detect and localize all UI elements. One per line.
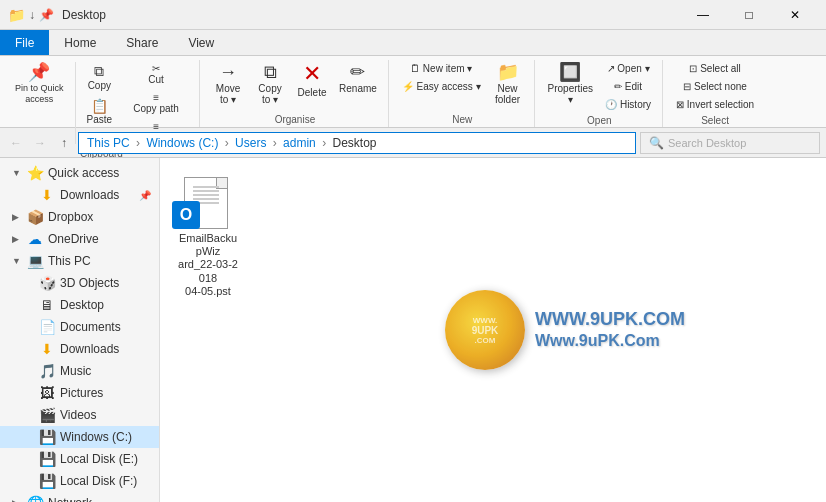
rename-button[interactable]: ✏ Rename	[334, 60, 382, 97]
organise-buttons: → Moveto ▾ ⧉ Copyto ▾ ✕ Delete ✏ Rename	[208, 60, 382, 108]
delete-icon: ✕	[303, 63, 321, 85]
quick-access-icon: ↓	[29, 8, 35, 22]
search-box[interactable]: 🔍 Search Desktop	[640, 132, 820, 154]
ribbon-group-new: 🗒 New item ▾ ⚡ Easy access ▾ 📁 Newfolder…	[391, 60, 535, 127]
quick-access-expand-icon: ▼	[12, 168, 22, 178]
new-sub: 🗒 New item ▾ ⚡ Easy access ▾	[397, 60, 486, 95]
new-folder-label: Newfolder	[495, 83, 520, 105]
search-placeholder: Search Desktop	[668, 137, 746, 149]
sidebar-item-videos[interactable]: 🎬 Videos	[0, 404, 159, 426]
open-label: Open	[587, 113, 611, 126]
new-item-button[interactable]: 🗒 New item ▾	[397, 60, 486, 77]
main-area: ▼ ⭐ Quick access ⬇ Downloads 📌 ▶ 📦 Dropb…	[0, 158, 826, 502]
tab-file[interactable]: File	[0, 30, 49, 55]
breadcrumb-sep-2: ›	[225, 136, 232, 150]
move-to-button[interactable]: → Moveto ▾	[208, 60, 248, 108]
invert-selection-button[interactable]: ⊠ Invert selection	[671, 96, 759, 113]
sidebar-item-music[interactable]: 🎵 Music	[0, 360, 159, 382]
ribbon-group-organise: → Moveto ▾ ⧉ Copyto ▾ ✕ Delete ✏ Rename …	[202, 60, 389, 127]
tab-share[interactable]: Share	[111, 30, 173, 55]
paste-button[interactable]: 📋 Paste	[82, 95, 118, 128]
copy-icon: ⧉	[94, 63, 104, 80]
sidebar-item-local-disk-e[interactable]: 💾 Local Disk (E:)	[0, 448, 159, 470]
videos-icon: 🎬	[39, 407, 55, 423]
breadcrumb-part-3[interactable]: Users	[235, 136, 266, 150]
cut-icon: ✂	[152, 63, 160, 74]
documents-icon: 📄	[39, 319, 55, 335]
edit-button[interactable]: ✏ Edit	[600, 78, 656, 95]
select-label: Select	[701, 113, 729, 126]
sidebar-item-network[interactable]: ▶ 🌐 Network	[0, 492, 159, 502]
sidebar-label-music: Music	[60, 364, 91, 378]
open-button[interactable]: ↗ Open ▾	[600, 60, 656, 77]
copy-button[interactable]: ⧉ Copy	[82, 60, 118, 94]
history-button[interactable]: 🕐 History	[600, 96, 656, 113]
sidebar-item-downloads-quick[interactable]: ⬇ Downloads 📌	[0, 184, 159, 206]
tab-home[interactable]: Home	[49, 30, 111, 55]
pin-quick-access-button[interactable]: 📌 Pin to Quickaccess	[10, 60, 69, 108]
sidebar-item-dropbox[interactable]: ▶ 📦 Dropbox	[0, 206, 159, 228]
tab-view[interactable]: View	[173, 30, 229, 55]
select-buttons: ⊡ Select all ⊟ Select none ⊠ Invert sele…	[671, 60, 759, 113]
sidebar-item-desktop[interactable]: 🖥 Desktop	[0, 294, 159, 316]
sidebar-label-documents: Documents	[60, 320, 121, 334]
new-buttons: 🗒 New item ▾ ⚡ Easy access ▾ 📁 Newfolder	[397, 60, 528, 108]
cut-button[interactable]: ✂ Cut	[119, 60, 193, 88]
sidebar-item-quick-access[interactable]: ▼ ⭐ Quick access	[0, 162, 159, 184]
copy-path-label: Copy path	[133, 103, 179, 114]
select-all-button[interactable]: ⊡ Select all	[671, 60, 759, 77]
3d-objects-icon: 🎲	[39, 275, 55, 291]
breadcrumb-sep-1: ›	[136, 136, 143, 150]
divider1	[75, 62, 76, 144]
sidebar-label-dropbox: Dropbox	[48, 210, 93, 224]
app-icon: 📁	[8, 7, 25, 23]
address-bar[interactable]: This PC › Windows (C:) › Users › admin ›…	[78, 132, 636, 154]
watermark-circle: WWW. 9UPK .COM	[445, 290, 525, 370]
forward-button[interactable]: →	[30, 133, 50, 153]
ribbon-tabs: File Home Share View	[0, 30, 826, 56]
sidebar-item-local-disk-f[interactable]: 💾 Local Disk (F:)	[0, 470, 159, 492]
copy-path-button[interactable]: ≡ Copy path	[119, 89, 193, 117]
file-type-icon: O	[172, 201, 200, 229]
ribbon: 📌 Pin to Quickaccess ⧉ Copy 📋 Paste ✂ Cu…	[0, 56, 826, 128]
file-item-email-backup[interactable]: O EmailBackupWizard_22-03-201804-05.pst	[172, 170, 244, 305]
properties-button[interactable]: 🔲 Properties▾	[543, 60, 599, 108]
breadcrumb-part-2[interactable]: Windows (C:)	[146, 136, 218, 150]
new-folder-button[interactable]: 📁 Newfolder	[488, 60, 528, 108]
breadcrumb-sep-4: ›	[322, 136, 329, 150]
outlook-icon-letter: O	[180, 206, 192, 224]
sidebar-item-pictures[interactable]: 🖼 Pictures	[0, 382, 159, 404]
easy-access-button[interactable]: ⚡ Easy access ▾	[397, 78, 486, 95]
sidebar-item-this-pc[interactable]: ▼ 💻 This PC	[0, 250, 159, 272]
sidebar-item-3d-objects[interactable]: 🎲 3D Objects	[0, 272, 159, 294]
copy-to-button[interactable]: ⧉ Copyto ▾	[250, 60, 290, 108]
delete-button[interactable]: ✕ Delete	[292, 60, 332, 101]
sidebar-label-local-f: Local Disk (F:)	[60, 474, 137, 488]
breadcrumb-part-4[interactable]: admin	[283, 136, 316, 150]
maximize-button[interactable]: □	[726, 0, 772, 30]
pin-label: Pin to Quickaccess	[15, 83, 64, 105]
back-button[interactable]: ←	[6, 133, 26, 153]
close-button[interactable]: ✕	[772, 0, 818, 30]
sidebar-label-windows-c: Windows (C:)	[60, 430, 132, 444]
sidebar-label-quick-access: Quick access	[48, 166, 119, 180]
new-folder-icon: 📁	[497, 63, 519, 81]
network-icon: 🌐	[27, 495, 43, 502]
title-bar: 📁 ↓ 📌 Desktop — □ ✕	[0, 0, 826, 30]
copy-label: Copy	[88, 80, 111, 91]
sidebar-item-documents[interactable]: 📄 Documents	[0, 316, 159, 338]
watermark: WWW. 9UPK .COM WWW.9UPK.COM Www.9uPK.Com	[445, 290, 685, 370]
sidebar-item-windows-c[interactable]: 💾 Windows (C:)	[0, 426, 159, 448]
music-icon: 🎵	[39, 363, 55, 379]
onedrive-expand-icon: ▶	[12, 234, 22, 244]
rename-icon: ✏	[350, 63, 365, 81]
sidebar-item-downloads[interactable]: ⬇ Downloads	[0, 338, 159, 360]
minimize-button[interactable]: —	[680, 0, 726, 30]
sidebar-item-onedrive[interactable]: ▶ ☁ OneDrive	[0, 228, 159, 250]
properties-label: Properties▾	[548, 83, 594, 105]
breadcrumb-part-1[interactable]: This PC	[87, 136, 130, 150]
select-none-button[interactable]: ⊟ Select none	[671, 78, 759, 95]
up-button[interactable]: ↑	[54, 133, 74, 153]
paste-shortcut-icon: ≡	[153, 121, 159, 132]
ribbon-group-open: 🔲 Properties▾ ↗ Open ▾ ✏ Edit 🕐 History …	[537, 60, 663, 127]
